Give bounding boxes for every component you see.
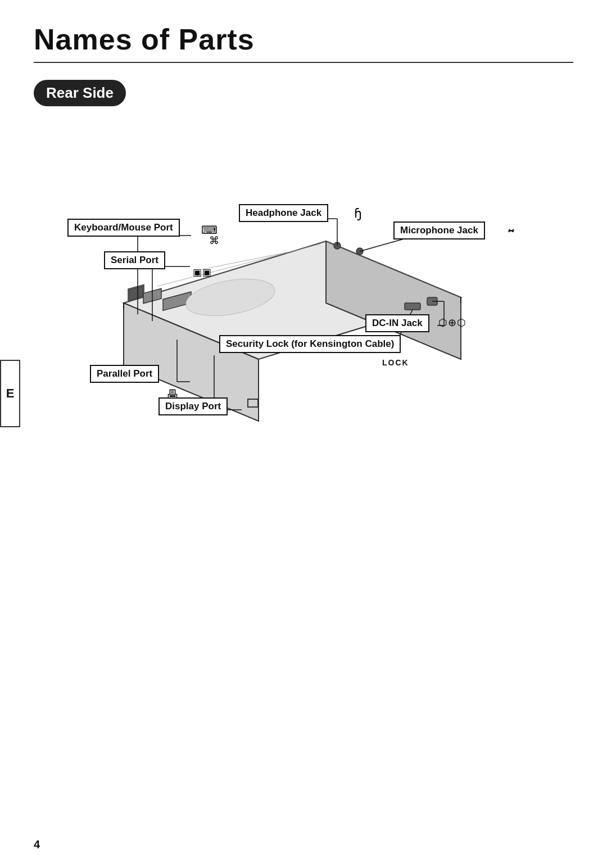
label-keyboard-mouse-port: Keyboard/Mouse Port xyxy=(67,219,180,237)
svg-line-4 xyxy=(326,241,461,297)
label-microphone-jack: Microphone Jack xyxy=(393,221,485,239)
svg-point-13 xyxy=(356,248,363,255)
display-icon xyxy=(247,399,259,408)
page-container: E Names of Parts Rear Side xyxy=(0,0,607,868)
label-security-lock: Security Lock (for Kensington Cable) xyxy=(219,335,401,353)
label-display-port: Display Port xyxy=(158,397,228,415)
title-divider xyxy=(34,62,573,63)
svg-line-17 xyxy=(157,244,320,286)
section-badge: Rear Side xyxy=(34,80,126,106)
svg-rect-7 xyxy=(128,284,144,301)
label-dc-in-jack: DC-IN Jack xyxy=(365,314,429,332)
label-headphone-jack: Headphone Jack xyxy=(239,204,328,222)
page-title: Names of Parts xyxy=(34,22,573,56)
lock-text-label: Lock xyxy=(382,358,409,367)
svg-point-12 xyxy=(334,242,341,249)
svg-line-3 xyxy=(124,241,326,303)
svg-rect-11 xyxy=(208,301,220,313)
diagram-svg xyxy=(34,123,573,472)
label-parallel-port: Parallel Port xyxy=(90,365,159,383)
svg-rect-10 xyxy=(163,292,191,310)
dc-in-icon: ⬡⊕⬡ xyxy=(438,317,466,329)
page-number: 4 xyxy=(34,838,40,851)
keyboard-icon2: ⌘ xyxy=(209,234,219,247)
serial-icon: ▣▣ xyxy=(193,266,212,278)
headphone-icon: ɧ xyxy=(354,206,362,221)
svg-point-18 xyxy=(183,273,278,322)
svg-rect-8 xyxy=(129,286,143,300)
microphone-icon: ꟷ xyxy=(507,223,513,238)
side-tab-e: E xyxy=(0,360,20,427)
svg-rect-9 xyxy=(143,288,161,304)
svg-rect-14 xyxy=(427,297,437,305)
label-serial-port: Serial Port xyxy=(104,251,165,269)
side-tab-label: E xyxy=(6,386,15,401)
diagram-area: Keyboard/Mouse Port ⌨ ⌘ Headphone Jack ɧ… xyxy=(34,123,573,472)
svg-rect-15 xyxy=(405,303,420,310)
svg-line-16 xyxy=(202,252,287,269)
